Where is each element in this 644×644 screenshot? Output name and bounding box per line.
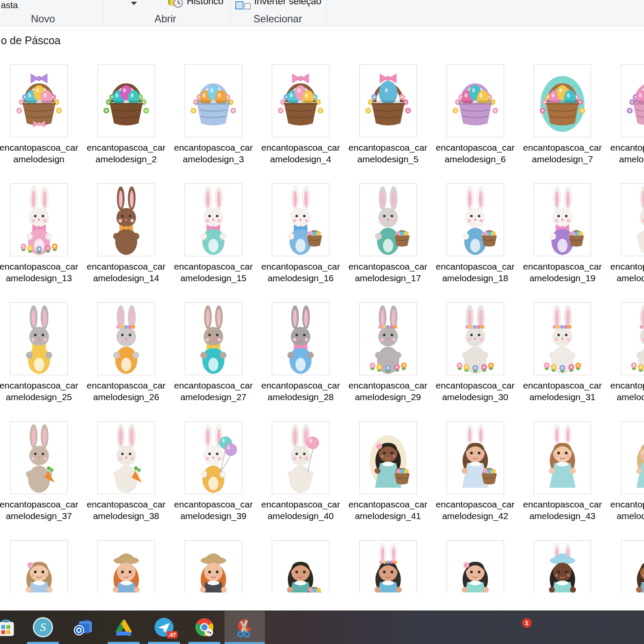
file-item[interactable]: encantopascoa_caramelodesign_44 [606, 421, 644, 537]
file-label: encantopascoa_caramelodesign_15 [173, 261, 253, 284]
chrome-taskbar-button[interactable] [184, 611, 225, 644]
file-thumbnail [447, 64, 504, 137]
file-thumbnail [185, 421, 242, 494]
files-grid: encantopascoa_caramelodesignencantopasco… [0, 50, 644, 592]
file-thumbnail [621, 302, 644, 375]
file-thumbnail [272, 64, 329, 137]
google-drive-taskbar-button[interactable] [103, 611, 144, 644]
running-indicator [225, 642, 265, 644]
invert-selection-icon[interactable] [235, 0, 250, 9]
file-item[interactable]: encantopascoa_caramelodesign_40 [257, 421, 344, 537]
file-label: encantopascoa_caramelodesign_38 [86, 498, 166, 522]
file-thumbnail [447, 183, 504, 256]
file-thumbnail [359, 421, 417, 494]
file-thumbnail [621, 64, 644, 137]
svg-text:S: S [40, 621, 46, 634]
file-thumbnail [447, 540, 504, 592]
file-item[interactable] [519, 540, 606, 592]
file-item[interactable] [606, 540, 644, 592]
file-item[interactable]: encantopascoa_caramelodesign_31 [519, 302, 606, 418]
file-item[interactable] [0, 540, 83, 592]
new-folder-button-partial[interactable]: asta [1, 0, 18, 10]
file-thumbnail [97, 421, 155, 494]
file-thumbnail [447, 302, 504, 375]
file-item[interactable] [431, 540, 519, 592]
file-label: encantopascoa_caramelodesign_14 [86, 261, 166, 284]
file-item[interactable]: encantopascoa_caramelodesign_3 [170, 64, 257, 180]
file-label: encantopascoa_caramelodesign_20 [610, 261, 644, 284]
microsoft-store-icon [0, 617, 16, 638]
file-label: encantopascoa_caramelodesign_5 [348, 142, 428, 165]
running-indicator [108, 642, 140, 644]
file-item[interactable] [170, 540, 257, 592]
file-thumbnail [621, 540, 644, 592]
microsoft-store-taskbar-button[interactable] [0, 611, 26, 644]
file-item[interactable]: encantopascoa_caramelodesign_29 [344, 302, 432, 418]
file-item[interactable]: encantopascoa_caramelodesign_7 [519, 64, 606, 180]
file-label: encantopascoa_caramelodesign_44 [610, 498, 644, 522]
file-item[interactable]: encantopascoa_caramelodesign_2 [82, 64, 170, 180]
file-label: encantopascoa_caramelodesign_18 [435, 261, 515, 284]
file-item[interactable] [82, 540, 170, 592]
skype-taskbar-button[interactable]: S [23, 611, 63, 644]
file-item[interactable]: encantopascoa_caramelodesign_32 [606, 302, 644, 418]
file-thumbnail [97, 183, 155, 256]
telegram-taskbar-button[interactable]: .47 [144, 611, 184, 644]
file-thumbnail [97, 64, 155, 137]
file-thumbnail [621, 183, 644, 256]
photo-editor-taskbar-button[interactable] [225, 611, 265, 644]
file-label: encantopascoa_caramelodesign_28 [261, 380, 340, 403]
ribbon-group-abrir: Abrir [140, 13, 191, 25]
file-item[interactable] [257, 540, 344, 592]
file-thumbnail [10, 540, 68, 592]
history-button-label[interactable]: Histórico [187, 0, 224, 7]
file-item[interactable]: encantopascoa_caramelodesign_38 [82, 421, 170, 537]
invert-selection-label[interactable]: Inverter seleção [254, 0, 322, 7]
file-item[interactable]: encantopascoa_caramelodesign_13 [0, 183, 83, 299]
file-item[interactable]: encantopascoa_caramelodesign_28 [257, 302, 344, 418]
google-drive-icon [113, 617, 134, 638]
file-thumbnail [272, 302, 329, 375]
file-item[interactable]: encantopascoa_caramelodesign_4 [257, 64, 344, 180]
file-item[interactable]: encantopascoa_caramelodesign_19 [519, 183, 606, 299]
file-thumbnail [272, 421, 329, 494]
file-item[interactable]: encantopascoa_caramelodesign_39 [170, 421, 257, 537]
file-item[interactable]: encantopascoa_caramelodesign_30 [431, 302, 519, 418]
file-item[interactable]: encantopascoa_caramelodesign_43 [519, 421, 606, 537]
file-item[interactable]: encantopascoa_caramelodesign_18 [431, 183, 519, 299]
chrome-icon [194, 617, 215, 638]
file-label: encantopascoa_caramelodesign_32 [610, 380, 644, 403]
file-thumbnail [359, 64, 417, 137]
file-label: encantopascoa_caramelodesign_41 [348, 498, 428, 522]
file-thumbnail [10, 64, 68, 137]
file-item[interactable]: encantopascoa_caramelodesign_6 [431, 64, 519, 180]
file-item[interactable]: encantopascoa_caramelodesign_20 [606, 183, 644, 299]
file-item[interactable]: encantopascoa_caramelodesign_37 [0, 421, 83, 537]
file-item[interactable]: encantopascoa_caramelodesign_27 [170, 302, 257, 418]
file-item[interactable] [344, 540, 432, 592]
file-thumbnail [359, 302, 417, 375]
file-label: encantopascoa_caramelodesign_42 [435, 498, 515, 522]
outlook-taskbar-button[interactable] [63, 611, 103, 644]
file-item[interactable]: encantopascoa_caramelodesign_17 [344, 183, 432, 299]
address-bar[interactable]: o de Páscoa [0, 30, 644, 50]
file-label: encantopascoa_caramelodesign_17 [348, 261, 428, 284]
file-item[interactable]: encantopascoa_caramelodesign_25 [0, 302, 83, 418]
chevron-down-icon[interactable] [131, 2, 137, 5]
history-icon[interactable] [168, 0, 183, 11]
file-item[interactable]: encantopascoa_caramelodesign_5 [344, 64, 432, 180]
file-item[interactable]: encantopascoa_caramelodesign_15 [170, 183, 257, 299]
file-item[interactable]: encantopascoa_caramelodesign_26 [82, 302, 170, 418]
file-thumbnail [97, 302, 155, 375]
file-item[interactable]: encantopascoa_caramelodesign_14 [82, 183, 170, 299]
file-thumbnail [185, 183, 242, 256]
file-item[interactable]: encantopascoa_caramelodesign_16 [257, 183, 344, 299]
file-item[interactable]: encantopascoa_caramelodesign [0, 64, 83, 180]
file-label: encantopascoa_caramelodesign_25 [0, 380, 79, 403]
file-item[interactable]: encantopascoa_caramelodesign_41 [344, 421, 432, 537]
file-item[interactable]: encantopascoa_caramelodesign_8 [606, 64, 644, 180]
file-item[interactable]: encantopascoa_caramelodesign_42 [431, 421, 519, 537]
file-label: encantopascoa_caramelodesign_31 [522, 380, 602, 403]
file-label: encantopascoa_caramelodesign_40 [261, 498, 340, 522]
ribbon-group-selecionar: Selecionar [243, 13, 312, 25]
